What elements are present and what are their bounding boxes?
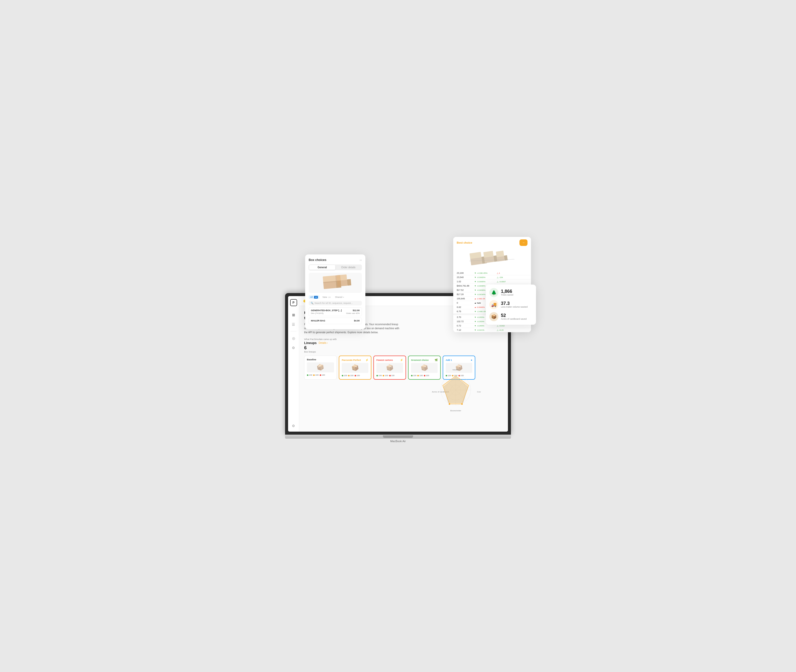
svg-text:Volume: Volume — [452, 369, 459, 371]
filter-shared[interactable]: Shared × — [333, 295, 346, 299]
filter-close[interactable]: × — [343, 296, 344, 298]
panel-title: Box choices — [309, 258, 327, 262]
section-label: What PacSimulate came up with — [304, 338, 503, 341]
svg-rect-7 — [336, 275, 347, 281]
filter-new[interactable]: New 13 — [321, 295, 332, 299]
sidebar-icon-grid[interactable]: ⊞ — [291, 312, 296, 318]
svg-point-31 — [449, 403, 450, 405]
sidebar-icon-settings1[interactable]: ◎ — [291, 336, 296, 341]
impact-trees-label: Trees saved — [501, 294, 513, 296]
impact-cardboard-text: 52 Acres of cardboard saved — [501, 313, 527, 320]
filter-all[interactable]: All 18 — [309, 295, 319, 299]
best-choice-button[interactable]: → — [519, 239, 527, 246]
sidebar-icon-list[interactable]: ☰ — [291, 322, 296, 327]
sidebar-icon-bottom[interactable]: ⚙ — [291, 423, 296, 429]
svg-marker-30 — [443, 376, 469, 404]
table-header: Best choice → — [453, 237, 531, 248]
card-image-paccurate: 📦 — [342, 363, 368, 373]
svg-rect-6 — [347, 279, 351, 286]
sidebar-divider — [291, 331, 296, 331]
lineup-count-sub: Box lineups — [304, 350, 503, 353]
impact-trailer-text: 37.3 Less trailer volume wasted — [501, 301, 528, 308]
impact-trailer-number: 37.3 — [501, 301, 528, 306]
impact-cardboard: 📦 52 Acres of cardboard saved — [489, 312, 532, 321]
card-stats-fewest: 100 100 100 — [376, 374, 403, 377]
box-svg — [318, 274, 353, 291]
impact-trees: 🌲 1,866 Trees saved — [489, 288, 532, 297]
sidebar-logo: P — [290, 299, 297, 306]
card-title-add1: Add 1 — [446, 359, 452, 362]
card-badge-paccurate: ⚡ — [365, 358, 368, 362]
card-stats-baseline: 100 100 100 — [307, 374, 334, 376]
lineups-row: Lineups Details › — [304, 341, 503, 345]
app-sidebar: P ⊞ ☰ ◎ ⚙ ⚙ — [288, 296, 299, 432]
macbook-base — [285, 435, 511, 438]
lineup-card-paccurate[interactable]: Paccurate Perfect ⚡ 📦 100 100 100 — [339, 355, 372, 380]
toggle-group: General Order details — [309, 264, 362, 270]
impact-trees-number: 1,866 — [501, 289, 513, 294]
svg-rect-16 — [496, 251, 504, 257]
card-badge-add1: ● — [471, 358, 472, 362]
impact-trailer-label: Less trailer volume wasted — [501, 306, 528, 308]
box-item-1-row1: GENERATED-BOX_STEP [...] $12.00 — [311, 309, 360, 312]
radar-svg: Volume Cost/order Boxes/order Acres of c… — [431, 367, 481, 413]
table-row-13: 7.12 ▼ -0.021% △ -0.15 — [453, 328, 531, 332]
panel-arrows[interactable]: ›› — [360, 258, 362, 262]
table-row-2: 1.02 ▼ -0.0065% △ -0.0067 — [453, 280, 531, 284]
table-box-svg — [464, 250, 520, 270]
card-title-baseline: Baseline — [307, 358, 316, 361]
lineup-card-fewest[interactable]: Fewest cartons ⚡ 📦 100 100 100 — [373, 355, 406, 380]
svg-text:Boxes/order: Boxes/order — [450, 410, 461, 412]
toggle-general[interactable]: General — [309, 265, 335, 270]
panel-title-row: Box choices ›› — [309, 258, 362, 262]
card-stats-paccurate: 100 100 100 — [342, 374, 368, 377]
filter-tabs: All 18 New 13 Shared × — [309, 295, 362, 299]
box-item-1-row2: Dim (7X10X5) Order use 42% — [311, 312, 360, 314]
card-image-baseline: 📦 — [307, 362, 334, 373]
lineups-title: Lineups — [304, 341, 317, 345]
card-image-fewest: 📦 — [376, 363, 403, 373]
card-badge-fewest: ⚡ — [400, 358, 403, 362]
search-placeholder: Search for ref ID, sequence, request... — [314, 302, 353, 304]
impact-icon-trees: 🌲 — [489, 288, 498, 297]
best-choice-badge: Best choice — [457, 241, 472, 244]
details-link[interactable]: Details › — [319, 341, 328, 344]
impact-trailer: 🚚 37.3 Less trailer volume wasted — [489, 300, 532, 309]
macbook-notch — [383, 435, 413, 438]
svg-point-32 — [461, 403, 463, 405]
impact-cardboard-label: Acres of cardboard saved — [501, 318, 527, 320]
card-title-fewest: Fewest cartons — [376, 359, 393, 362]
impact-icon-cardboard: 📦 — [489, 312, 498, 321]
box-item-2-row1: MAILER BAG $4.00 — [311, 320, 360, 322]
box-item-2[interactable]: MAILER BAG $4.00 — [309, 318, 362, 324]
lineup-count: 6 — [304, 345, 503, 350]
impact-icon-trailer: 🚚 — [489, 300, 498, 309]
search-input[interactable]: 🔍 Search for ref ID, sequence, request..… — [309, 301, 362, 306]
table-row-0: 23,100 ▼ -4.33E-05% △ 1 — [453, 271, 531, 275]
box-img-area — [453, 248, 531, 271]
box-illustration-panel — [309, 273, 362, 293]
card-title-paccurate: Paccurate Perfect — [342, 359, 361, 362]
svg-rect-3 — [323, 275, 336, 282]
box-choices-panel: Box choices ›› General Order details — [305, 254, 365, 329]
search-icon: 🔍 — [311, 302, 314, 304]
card-badge-greenest: 🌿 — [435, 358, 438, 362]
toggle-order-details[interactable]: Order details — [335, 265, 361, 270]
scene: P ⊞ ☰ ◎ ⚙ ⚙ 🟡 PacSimulate — [260, 229, 536, 443]
table-row-1: 23,540 ▼ -0.0065% △ -154 — [453, 275, 531, 280]
card-title-greenest: Greenest choice — [411, 359, 429, 362]
impact-panel: 🌲 1,866 Trees saved 🚚 37.3 Less trailer … — [486, 285, 536, 325]
impact-trees-text: 1,866 Trees saved — [501, 289, 513, 296]
sidebar-icon-settings2[interactable]: ⚙ — [291, 345, 296, 350]
macbook-label: MacBook Air — [285, 440, 511, 443]
radar-chart: Volume Cost/order Boxes/order Acres of c… — [431, 367, 481, 413]
impact-cardboard-number: 52 — [501, 313, 527, 318]
lineup-card-baseline[interactable]: Baseline 📦 100 100 100 — [304, 355, 337, 380]
box-item-1[interactable]: GENERATED-BOX_STEP [...] $12.00 Dim (7X1… — [309, 307, 362, 316]
svg-text:Cost/order: Cost/order — [477, 391, 481, 393]
